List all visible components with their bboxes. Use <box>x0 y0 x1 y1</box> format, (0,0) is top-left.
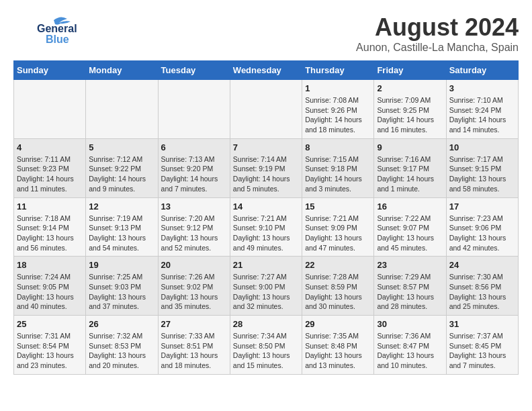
week-row-1: 1Sunrise: 7:08 AM Sunset: 9:26 PM Daylig… <box>14 80 519 139</box>
calendar-cell: 21Sunrise: 7:27 AM Sunset: 9:00 PM Dayli… <box>230 257 302 316</box>
day-number: 29 <box>305 319 371 329</box>
day-info: Sunrise: 7:25 AM Sunset: 9:03 PM Dayligh… <box>89 272 154 312</box>
calendar-table: SundayMondayTuesdayWednesdayThursdayFrid… <box>13 60 519 375</box>
day-number: 6 <box>161 142 227 152</box>
calendar-cell: 30Sunrise: 7:36 AM Sunset: 8:47 PM Dayli… <box>374 316 446 375</box>
day-number: 27 <box>161 319 227 329</box>
calendar-cell: 23Sunrise: 7:29 AM Sunset: 8:57 PM Dayli… <box>374 257 446 316</box>
day-number: 20 <box>161 260 227 270</box>
day-info: Sunrise: 7:32 AM Sunset: 8:53 PM Dayligh… <box>89 331 154 371</box>
calendar-cell <box>86 80 158 139</box>
day-info: Sunrise: 7:10 AM Sunset: 9:24 PM Dayligh… <box>449 95 515 135</box>
day-info: Sunrise: 7:19 AM Sunset: 9:13 PM Dayligh… <box>89 214 154 253</box>
week-row-5: 25Sunrise: 7:31 AM Sunset: 8:54 PM Dayli… <box>14 316 519 375</box>
calendar-cell <box>158 80 230 139</box>
col-header-friday: Friday <box>374 61 446 80</box>
calendar-cell: 5Sunrise: 7:12 AM Sunset: 9:22 PM Daylig… <box>86 138 158 197</box>
day-number: 11 <box>17 201 83 212</box>
calendar-cell: 3Sunrise: 7:10 AM Sunset: 9:24 PM Daylig… <box>446 80 518 139</box>
calendar-cell: 6Sunrise: 7:13 AM Sunset: 9:20 PM Daylig… <box>158 138 230 197</box>
day-number: 26 <box>89 319 154 329</box>
calendar-cell: 29Sunrise: 7:35 AM Sunset: 8:48 PM Dayli… <box>302 316 374 375</box>
header-row: SundayMondayTuesdayWednesdayThursdayFrid… <box>14 61 519 80</box>
calendar-cell: 10Sunrise: 7:17 AM Sunset: 9:15 PM Dayli… <box>446 138 518 197</box>
day-info: Sunrise: 7:22 AM Sunset: 9:07 PM Dayligh… <box>377 214 443 253</box>
calendar-cell: 11Sunrise: 7:18 AM Sunset: 9:14 PM Dayli… <box>14 197 86 257</box>
calendar-cell: 25Sunrise: 7:31 AM Sunset: 8:54 PM Dayli… <box>14 316 86 375</box>
day-number: 1 <box>305 83 371 93</box>
day-number: 22 <box>305 260 371 270</box>
calendar-cell: 26Sunrise: 7:32 AM Sunset: 8:53 PM Dayli… <box>86 316 158 375</box>
col-header-wednesday: Wednesday <box>230 61 302 80</box>
calendar-cell: 4Sunrise: 7:11 AM Sunset: 9:23 PM Daylig… <box>14 138 86 197</box>
calendar-cell: 7Sunrise: 7:14 AM Sunset: 9:19 PM Daylig… <box>230 138 302 197</box>
main-title: August 2024 <box>356 13 519 42</box>
day-info: Sunrise: 7:27 AM Sunset: 9:00 PM Dayligh… <box>233 272 299 312</box>
day-info: Sunrise: 7:28 AM Sunset: 8:59 PM Dayligh… <box>305 272 371 312</box>
day-number: 23 <box>377 260 443 270</box>
day-number: 28 <box>233 319 299 329</box>
calendar-cell: 16Sunrise: 7:22 AM Sunset: 9:07 PM Dayli… <box>374 197 446 257</box>
week-row-3: 11Sunrise: 7:18 AM Sunset: 9:14 PM Dayli… <box>14 197 519 257</box>
day-info: Sunrise: 7:31 AM Sunset: 8:54 PM Dayligh… <box>17 331 83 371</box>
day-number: 2 <box>377 83 443 93</box>
col-header-tuesday: Tuesday <box>158 61 230 80</box>
day-info: Sunrise: 7:16 AM Sunset: 9:17 PM Dayligh… <box>377 154 443 194</box>
calendar-cell: 17Sunrise: 7:23 AM Sunset: 9:06 PM Dayli… <box>446 197 518 257</box>
day-info: Sunrise: 7:13 AM Sunset: 9:20 PM Dayligh… <box>161 154 227 194</box>
day-info: Sunrise: 7:11 AM Sunset: 9:23 PM Dayligh… <box>17 154 83 194</box>
day-info: Sunrise: 7:17 AM Sunset: 9:15 PM Dayligh… <box>449 154 515 194</box>
calendar-cell: 31Sunrise: 7:37 AM Sunset: 8:45 PM Dayli… <box>446 316 518 375</box>
day-number: 31 <box>449 319 515 329</box>
calendar-cell: 28Sunrise: 7:34 AM Sunset: 8:50 PM Dayli… <box>230 316 302 375</box>
day-number: 12 <box>89 201 154 212</box>
day-info: Sunrise: 7:23 AM Sunset: 9:06 PM Dayligh… <box>449 214 515 253</box>
day-number: 25 <box>17 319 83 329</box>
calendar-cell <box>230 80 302 139</box>
day-number: 9 <box>377 142 443 152</box>
calendar-cell: 22Sunrise: 7:28 AM Sunset: 8:59 PM Dayli… <box>302 257 374 316</box>
day-number: 21 <box>233 260 299 270</box>
week-row-4: 18Sunrise: 7:24 AM Sunset: 9:05 PM Dayli… <box>14 257 519 316</box>
calendar-cell <box>14 80 86 139</box>
day-number: 10 <box>449 142 515 152</box>
col-header-monday: Monday <box>86 61 158 80</box>
logo-svg: General Blue <box>13 13 87 47</box>
day-info: Sunrise: 7:18 AM Sunset: 9:14 PM Dayligh… <box>17 214 83 253</box>
calendar-cell: 14Sunrise: 7:21 AM Sunset: 9:10 PM Dayli… <box>230 197 302 257</box>
day-number: 14 <box>233 201 299 212</box>
calendar-cell: 20Sunrise: 7:26 AM Sunset: 9:02 PM Dayli… <box>158 257 230 316</box>
calendar-cell: 12Sunrise: 7:19 AM Sunset: 9:13 PM Dayli… <box>86 197 158 257</box>
calendar-cell: 2Sunrise: 7:09 AM Sunset: 9:25 PM Daylig… <box>374 80 446 139</box>
title-area: August 2024 Aunon, Castille-La Mancha, S… <box>356 13 519 54</box>
day-info: Sunrise: 7:20 AM Sunset: 9:12 PM Dayligh… <box>161 214 227 253</box>
day-number: 13 <box>161 201 227 212</box>
calendar-cell: 8Sunrise: 7:15 AM Sunset: 9:18 PM Daylig… <box>302 138 374 197</box>
day-number: 3 <box>449 83 515 93</box>
svg-text:Blue: Blue <box>46 34 69 45</box>
calendar-cell: 27Sunrise: 7:33 AM Sunset: 8:51 PM Dayli… <box>158 316 230 375</box>
day-info: Sunrise: 7:14 AM Sunset: 9:19 PM Dayligh… <box>233 154 299 194</box>
calendar-cell: 1Sunrise: 7:08 AM Sunset: 9:26 PM Daylig… <box>302 80 374 139</box>
day-info: Sunrise: 7:37 AM Sunset: 8:45 PM Dayligh… <box>449 331 515 371</box>
day-number: 19 <box>89 260 154 270</box>
header: General Blue August 2024 Aunon, Castille… <box>13 13 519 54</box>
day-info: Sunrise: 7:12 AM Sunset: 9:22 PM Dayligh… <box>89 154 154 194</box>
day-number: 7 <box>233 142 299 152</box>
day-info: Sunrise: 7:08 AM Sunset: 9:26 PM Dayligh… <box>305 95 371 135</box>
day-info: Sunrise: 7:33 AM Sunset: 8:51 PM Dayligh… <box>161 331 227 371</box>
svg-text:General: General <box>37 23 77 34</box>
day-number: 8 <box>305 142 371 152</box>
day-number: 18 <box>17 260 83 270</box>
day-info: Sunrise: 7:15 AM Sunset: 9:18 PM Dayligh… <box>305 154 371 194</box>
calendar-cell: 19Sunrise: 7:25 AM Sunset: 9:03 PM Dayli… <box>86 257 158 316</box>
calendar-cell: 13Sunrise: 7:20 AM Sunset: 9:12 PM Dayli… <box>158 197 230 257</box>
day-info: Sunrise: 7:35 AM Sunset: 8:48 PM Dayligh… <box>305 331 371 371</box>
week-row-2: 4Sunrise: 7:11 AM Sunset: 9:23 PM Daylig… <box>14 138 519 197</box>
day-number: 24 <box>449 260 515 270</box>
day-info: Sunrise: 7:24 AM Sunset: 9:05 PM Dayligh… <box>17 272 83 312</box>
col-header-saturday: Saturday <box>446 61 518 80</box>
day-number: 4 <box>17 142 83 152</box>
day-number: 17 <box>449 201 515 212</box>
day-info: Sunrise: 7:21 AM Sunset: 9:10 PM Dayligh… <box>233 214 299 253</box>
